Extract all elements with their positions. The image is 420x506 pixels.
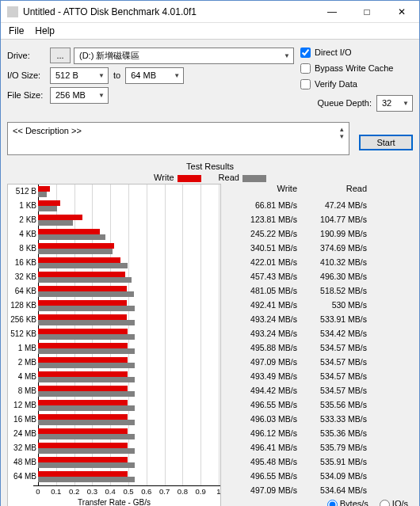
maximize-button[interactable]: □ [349, 1, 384, 23]
bypass-checkbox[interactable] [300, 63, 311, 74]
write-value: 496.55 MB/s [227, 471, 297, 481]
bytes-radio-label[interactable]: Bytes/s [327, 499, 368, 506]
write-bar [38, 200, 60, 206]
read-value: 410.32 MB/s [297, 257, 367, 267]
menu-file[interactable]: File [9, 25, 24, 36]
read-bar [38, 249, 113, 254]
read-bar [38, 391, 135, 397]
read-value: 518.52 MB/s [297, 286, 367, 295]
bar-label: 64 MB [10, 472, 36, 481]
xtick-label: 0.8 [178, 487, 188, 496]
read-value: 534.57 MB/s [297, 371, 367, 381]
read-value: 533.91 MB/s [297, 314, 367, 324]
bar-label: 8 KB [10, 244, 36, 253]
result-row: 66.81 MB/s47.24 MB/s [227, 198, 413, 212]
direct-io-checkbox[interactable] [300, 48, 311, 58]
write-value: 496.55 MB/s [227, 400, 297, 409]
bar-row: 4 MB [38, 370, 219, 384]
result-row: 492.41 MB/s530 MB/s [227, 298, 413, 312]
write-value: 497.09 MB/s [227, 357, 297, 367]
write-value: 496.03 MB/s [227, 414, 297, 424]
read-bar [38, 434, 135, 439]
description-box[interactable]: << Description >> ▴▾ [7, 122, 349, 155]
read-bar [38, 348, 135, 354]
bar-label: 1 KB [10, 201, 36, 210]
result-row: 245.22 MB/s190.99 MB/s [227, 226, 413, 241]
xtick-label: 0.5 [123, 487, 133, 496]
bytes-radio[interactable] [327, 500, 338, 506]
write-bar [38, 471, 128, 477]
bar-row: 512 KB [38, 327, 219, 341]
close-button[interactable]: ✕ [384, 1, 419, 23]
chart: 512 B1 KB2 KB4 KB8 KB16 KB32 KB64 KB128 … [7, 184, 221, 506]
xtick-label: 0.9 [196, 487, 206, 496]
result-row: 497.09 MB/s534.64 MB/s [227, 483, 413, 497]
write-swatch [178, 175, 201, 182]
write-value: 66.81 MB/s [227, 200, 297, 210]
bar-row: 24 MB [38, 427, 219, 441]
ios-radio-label[interactable]: IO/s [380, 499, 408, 506]
write-bar [38, 257, 120, 263]
read-header: Read [297, 184, 367, 198]
bar-label: 512 B [10, 187, 36, 196]
write-bar [38, 371, 128, 377]
menu-help[interactable]: Help [35, 25, 55, 36]
iosize-from-select[interactable]: 512 B▼ [50, 67, 109, 84]
bar-label: 2 MB [10, 358, 36, 367]
write-value: 495.48 MB/s [227, 457, 297, 466]
read-bar [38, 291, 134, 297]
write-bar [38, 400, 128, 405]
iosize-to-select[interactable]: 64 MB▼ [125, 67, 184, 84]
write-value: 493.24 MB/s [227, 329, 297, 338]
bar-row: 512 B [38, 185, 219, 199]
drive-select[interactable]: (D:) 新增磁碟區▼ [74, 48, 294, 64]
verify-checkbox[interactable] [300, 79, 311, 89]
qdepth-label: Queue Depth: [318, 98, 372, 108]
write-bar [38, 300, 127, 306]
ios-radio[interactable] [380, 500, 390, 506]
write-value: 493.24 MB/s [227, 314, 297, 324]
bar-row: 8 MB [38, 384, 219, 398]
bar-row: 64 KB [38, 284, 219, 299]
start-button[interactable]: Start [359, 135, 413, 150]
result-row: 495.48 MB/s535.91 MB/s [227, 455, 413, 469]
bar-row: 1 MB [38, 341, 219, 356]
iosize-label: I/O Size: [7, 70, 50, 80]
read-bar [38, 192, 47, 197]
minimize-button[interactable]: ― [315, 1, 349, 23]
write-bar [38, 443, 128, 448]
xtick-label: 0.6 [141, 487, 151, 496]
result-row: 497.09 MB/s534.57 MB/s [227, 355, 413, 369]
write-bar [38, 329, 128, 334]
write-value: 496.12 MB/s [227, 428, 297, 438]
read-bar [38, 448, 135, 454]
bar-row: 64 MB [38, 470, 219, 484]
read-value: 530 MB/s [297, 300, 367, 310]
result-row: 123.81 MB/s104.77 MB/s [227, 212, 413, 226]
bar-row: 32 KB [38, 270, 219, 284]
read-bar [38, 263, 128, 268]
app-icon [7, 6, 18, 17]
qdepth-select[interactable]: 32▼ [376, 95, 413, 112]
read-bar [38, 277, 132, 283]
bar-row: 32 MB [38, 441, 219, 455]
drive-browse-button[interactable]: ... [50, 48, 71, 63]
read-value: 535.91 MB/s [297, 457, 367, 466]
description-spinner[interactable]: ▴▾ [340, 126, 344, 140]
chevron-down-icon: ▼ [98, 92, 105, 99]
titlebar[interactable]: Untitled - ATTO Disk Benchmark 4.01.0f1 … [1, 1, 419, 23]
bar-label: 2 KB [10, 215, 36, 224]
bar-row: 8 KB [38, 242, 219, 256]
read-bar [38, 377, 135, 382]
bar-label: 32 MB [10, 443, 36, 452]
bar-label: 512 KB [10, 329, 36, 338]
write-bar [38, 357, 128, 363]
bar-label: 48 MB [10, 458, 36, 466]
filesize-select[interactable]: 256 MB▼ [50, 87, 109, 104]
bar-label: 4 MB [10, 372, 36, 381]
result-row: 494.42 MB/s534.57 MB/s [227, 383, 413, 398]
write-value: 495.88 MB/s [227, 343, 297, 352]
result-row: 496.03 MB/s533.33 MB/s [227, 412, 413, 426]
bar-label: 16 KB [10, 258, 36, 267]
read-value: 534.42 MB/s [297, 329, 367, 338]
